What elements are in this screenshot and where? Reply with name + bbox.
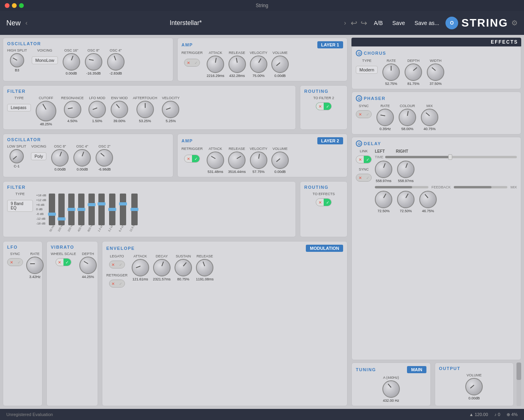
prev-button[interactable]: ‹ xyxy=(24,18,29,28)
delay-power-button[interactable]: ⏻ xyxy=(356,140,362,147)
eq-thumb-1[interactable] xyxy=(48,213,56,216)
save-button[interactable]: Save xyxy=(389,18,408,28)
chorus-power-button[interactable]: ⏻ xyxy=(356,50,362,56)
osc2-2-knob[interactable] xyxy=(96,149,113,167)
eq-thumb-8[interactable] xyxy=(119,202,127,205)
redo-button[interactable]: ↪ xyxy=(361,18,367,28)
resonance-knob[interactable] xyxy=(64,101,81,118)
phaser-rate-knob[interactable] xyxy=(376,109,394,126)
vibrato-depth-knob[interactable] xyxy=(79,257,97,274)
eq-fader-9[interactable] xyxy=(131,194,138,225)
phaser-colour-knob[interactable] xyxy=(399,109,416,126)
eq-fader-2[interactable] xyxy=(58,194,65,225)
volume1-knob[interactable] xyxy=(271,56,289,73)
eq-thumb-4[interactable] xyxy=(77,208,85,211)
retrigger-env-toggle[interactable]: ✕ ✓ xyxy=(109,280,125,288)
maximize-button[interactable] xyxy=(19,3,24,8)
chorus-depth-knob[interactable] xyxy=(405,63,422,81)
tofilter2-xcheck[interactable]: ✕ ✓ xyxy=(316,102,332,110)
eq-fader-7[interactable] xyxy=(109,194,115,225)
delay-fb-right-knob[interactable] xyxy=(397,191,415,208)
eq-thumb-5[interactable] xyxy=(88,203,96,206)
undo-button[interactable]: ↩ xyxy=(351,18,357,28)
tofilter2-toggle[interactable]: ✕ ✓ xyxy=(316,102,332,110)
release1-knob[interactable] xyxy=(228,56,246,73)
eq-thumb-7[interactable] xyxy=(108,208,116,211)
eq-fader-5[interactable] xyxy=(88,194,95,225)
phaser-sync-toggle[interactable]: ✕ ✓ xyxy=(356,110,372,118)
delay-time-thumb[interactable] xyxy=(448,154,452,160)
new-button[interactable]: New xyxy=(6,19,21,27)
volume2-knob[interactable] xyxy=(271,152,289,169)
attack1-knob[interactable] xyxy=(207,56,224,73)
release2-knob[interactable] xyxy=(228,152,246,169)
phaser-mix-knob[interactable] xyxy=(421,109,438,126)
a440-knob[interactable] xyxy=(382,380,400,398)
osc16-knob[interactable] xyxy=(63,53,80,71)
close-button[interactable] xyxy=(5,3,10,8)
osc8-2-knob[interactable] xyxy=(51,149,69,167)
chorus-type-dropdown[interactable]: Modern xyxy=(356,66,378,74)
cutoff-knob[interactable] xyxy=(36,101,56,121)
filter1-type-dropdown[interactable]: Lowpass xyxy=(7,104,31,111)
retrigger2-toggle[interactable]: ✕ ✓ xyxy=(184,155,200,163)
osc4-2-knob[interactable] xyxy=(73,149,91,167)
toeffects-toggle[interactable]: ✕ ✓ xyxy=(316,198,332,206)
filter2-type-dropdown[interactable]: 9 Band EQ xyxy=(7,200,33,212)
eq-thumb-3[interactable] xyxy=(67,208,75,211)
env-sustain-knob[interactable] xyxy=(175,259,192,276)
voicing2-dropdown[interactable]: Poly xyxy=(31,152,46,160)
velocity2-knob[interactable] xyxy=(250,152,267,169)
voicing-dropdown[interactable]: MonoLow xyxy=(32,56,58,64)
chorus-rate-knob[interactable] xyxy=(382,63,400,81)
delay-fb-left-knob[interactable] xyxy=(375,191,392,208)
delay-left-knob[interactable] xyxy=(375,161,392,178)
wheel-scale-toggle[interactable]: ✕ ✓ xyxy=(56,258,71,266)
env-attack-knob[interactable] xyxy=(132,259,149,276)
settings-icon[interactable]: ⚙ xyxy=(511,19,518,27)
phaser-power-button[interactable]: ⏻ xyxy=(356,95,362,102)
retrigger1-xcheck[interactable]: ✕ ✓ xyxy=(184,59,200,67)
attack2-knob[interactable] xyxy=(207,152,224,169)
delay-time-slider[interactable] xyxy=(385,156,517,158)
high-split-knob[interactable] xyxy=(10,53,24,67)
scrollbar-thumb[interactable] xyxy=(516,362,521,380)
eq-fader-8[interactable] xyxy=(120,194,126,225)
osc8-knob[interactable] xyxy=(85,53,102,71)
aftertouch-knob[interactable] xyxy=(136,101,154,118)
next-button[interactable]: › xyxy=(342,18,347,28)
osc4-knob[interactable] xyxy=(107,53,125,71)
lfo-sync-toggle[interactable]: ✕ ✓ xyxy=(7,258,23,266)
minimize-button[interactable] xyxy=(12,3,17,8)
envmod-knob[interactable] xyxy=(111,101,128,118)
velocity1-knob[interactable] xyxy=(250,56,267,73)
eq-fader-3[interactable] xyxy=(68,194,75,225)
delay-right-knob[interactable] xyxy=(397,161,415,178)
toeffects-xcheck[interactable]: ✕ ✓ xyxy=(316,198,332,206)
lfomod-knob[interactable] xyxy=(88,101,106,118)
eq-thumb-6[interactable] xyxy=(98,202,106,205)
ab-button[interactable]: A/B xyxy=(370,18,386,28)
delay-mix-knob[interactable] xyxy=(419,191,437,208)
retrigger1-toggle[interactable]: ✕ ✓ xyxy=(184,59,200,67)
main-scrollbar[interactable] xyxy=(516,362,521,406)
delay-feedback-slider[interactable] xyxy=(375,186,428,188)
eq-fader-6[interactable] xyxy=(98,194,105,225)
delay-link-toggle[interactable]: ✕ ✓ xyxy=(356,155,372,163)
lfo-rate-knob[interactable] xyxy=(26,257,44,274)
delay-feedback-slider-right[interactable] xyxy=(454,186,507,188)
low-split-knob[interactable] xyxy=(10,149,24,163)
eq-fader-1[interactable] xyxy=(49,194,55,225)
chorus-width-knob[interactable] xyxy=(427,63,444,81)
env-release-knob[interactable] xyxy=(196,259,213,276)
eq-fader-4[interactable] xyxy=(78,194,84,225)
eq-thumb-9[interactable] xyxy=(131,208,138,211)
saveas-button[interactable]: Save as... xyxy=(411,18,442,28)
velocity-filter-knob[interactable] xyxy=(162,101,179,118)
retrigger2-xcheck[interactable]: ✕ ✓ xyxy=(184,155,200,163)
legato-toggle[interactable]: ✕ ✓ xyxy=(109,261,125,268)
delay-sync-toggle[interactable]: ✕ ✓ xyxy=(356,174,372,182)
output-volume-knob[interactable] xyxy=(465,378,483,395)
eq-thumb-2[interactable] xyxy=(58,217,65,221)
env-decay-knob[interactable] xyxy=(153,259,171,276)
